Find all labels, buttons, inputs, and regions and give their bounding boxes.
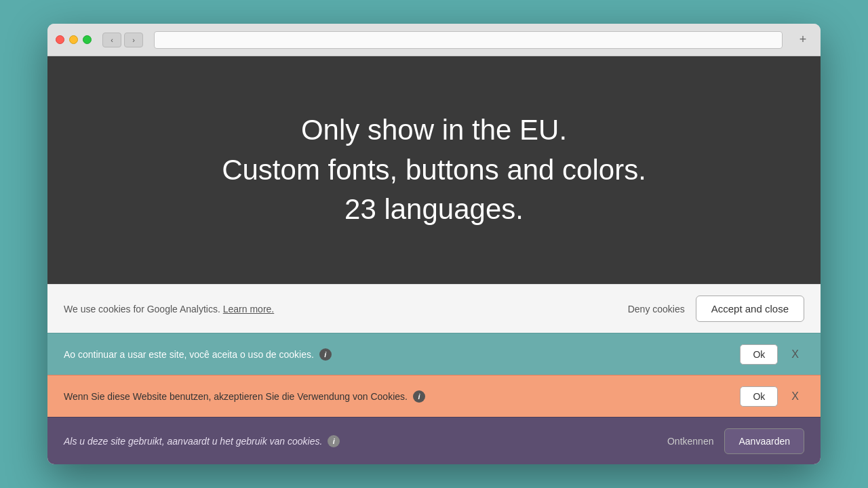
info-icon-4[interactable]: i: [328, 435, 340, 447]
cookie-message-3: Wenn Sie diese Website benutzen, akzepti…: [64, 390, 740, 403]
maximize-button[interactable]: [83, 35, 92, 44]
traffic-lights: [56, 35, 92, 44]
info-icon-2[interactable]: i: [319, 348, 332, 361]
cookie-bar-4: Als u deze site gebruikt, aanvaardt u he…: [47, 417, 821, 464]
ok-button-2[interactable]: Ok: [740, 344, 778, 365]
address-bar[interactable]: [154, 31, 783, 49]
cookie-message-2: Ao continuar a usar este site, você acei…: [64, 348, 740, 361]
cookie-bar-3: Wenn Sie diese Website benutzen, akzepti…: [47, 375, 821, 417]
cookie-message-1: We use cookies for Google Analytics. Lea…: [64, 304, 617, 314]
deny-cookies-button[interactable]: Deny cookies: [617, 298, 696, 320]
ok-button-3[interactable]: Ok: [740, 386, 778, 407]
learn-more-link[interactable]: Learn more.: [223, 304, 274, 314]
ontkennen-button[interactable]: Ontkennen: [656, 430, 725, 452]
new-tab-button[interactable]: +: [793, 33, 812, 47]
forward-button[interactable]: ›: [124, 33, 143, 47]
close-button-3[interactable]: X: [786, 388, 804, 405]
back-button[interactable]: ‹: [102, 33, 121, 47]
minimize-button[interactable]: [69, 35, 78, 44]
page-content: Only show in the EU. Custom fonts, butto…: [47, 56, 821, 464]
hero-line1: Only show in the EU.: [301, 114, 567, 146]
hero-section: Only show in the EU. Custom fonts, butto…: [47, 56, 821, 284]
browser-chrome: ‹ › +: [47, 24, 821, 56]
cookie-message-4: Als u deze site gebruikt, aanvaardt u he…: [64, 435, 656, 447]
hero-line2: Custom fonts, buttons and colors.: [222, 154, 646, 186]
hero-text: Only show in the EU. Custom fonts, butto…: [222, 110, 646, 230]
browser-window: ‹ › + Only show in the EU. Custom fonts,…: [47, 24, 821, 464]
accept-and-close-button[interactable]: Accept and close: [696, 296, 804, 322]
info-icon-3[interactable]: i: [413, 390, 425, 403]
hero-line3: 23 languages.: [344, 193, 524, 225]
aanvaarden-button[interactable]: Aanvaarden: [724, 428, 804, 454]
nav-buttons: ‹ ›: [102, 33, 143, 47]
cookie-bar-2: Ao continuar a usar este site, você acei…: [47, 333, 821, 375]
close-button-2[interactable]: X: [786, 346, 804, 363]
close-button[interactable]: [56, 35, 64, 44]
cookie-bar-1: We use cookies for Google Analytics. Lea…: [47, 284, 821, 333]
